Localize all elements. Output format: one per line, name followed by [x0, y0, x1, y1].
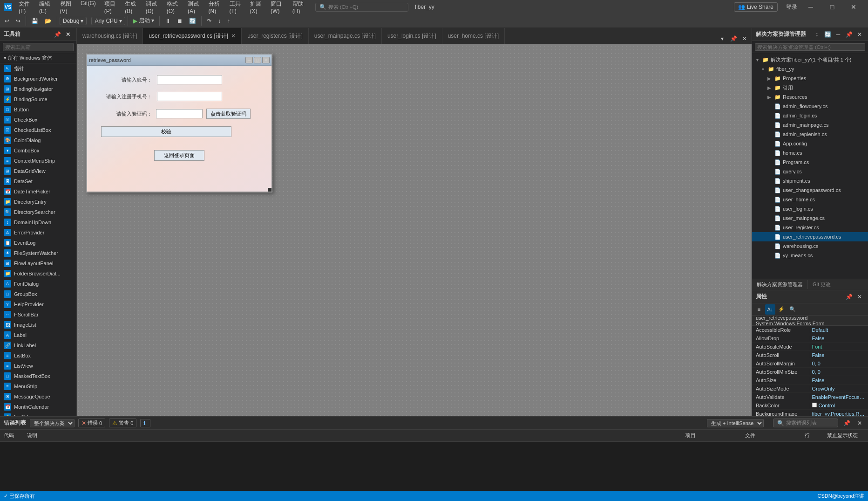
- toolbar-save-all[interactable]: 💾: [28, 17, 41, 25]
- prop-row-allowdrop[interactable]: AllowDrop False: [752, 334, 868, 343]
- tree-changepassword[interactable]: 📄 user_changepassword.cs: [752, 185, 868, 195]
- prop-row-autoscrollminsize[interactable]: AutoScrollMinSize 0, 0: [752, 368, 868, 376]
- toolbox-item[interactable]: ≡MenuStrip: [0, 381, 76, 391]
- start-button[interactable]: ▶ 启动 ▾: [130, 16, 157, 26]
- tree-user-mainpage[interactable]: 📄 user_mainpage.cs: [752, 213, 868, 223]
- toolbox-item[interactable]: 📅MonthCalendar: [0, 402, 76, 412]
- check-button[interactable]: 校验: [101, 126, 231, 137]
- toolbox-item[interactable]: ↔HScrollBar: [0, 309, 76, 320]
- tab-pin-icon[interactable]: 📌: [728, 34, 739, 44]
- prop-row-autoscroll[interactable]: AutoScroll False: [752, 351, 868, 359]
- col-line[interactable]: 行: [805, 432, 823, 439]
- col-project[interactable]: 项目: [685, 432, 741, 439]
- toolbox-item[interactable]: 📁DirectoryEntry: [0, 197, 76, 207]
- menu-project[interactable]: 项目(P): [101, 0, 121, 15]
- toolbox-item[interactable]: ☑CheckedListBox: [0, 125, 76, 135]
- menu-window[interactable]: 窗口(W): [267, 0, 288, 15]
- tree-yy-means[interactable]: 📄 yy_means.cs: [752, 251, 868, 260]
- col-description[interactable]: 说明: [27, 432, 682, 439]
- toolbox-item[interactable]: ≡ListView: [0, 361, 76, 371]
- toolbox-item[interactable]: 🔗LinkLabel: [0, 340, 76, 350]
- tree-query[interactable]: 📄 query.cs: [752, 167, 868, 176]
- toolbox-item[interactable]: ⚡BindingSource: [0, 94, 76, 104]
- prop-row-backcolor[interactable]: BackColor Control: [752, 401, 868, 410]
- tab-warehousing[interactable]: warehousing.cs [设计]: [77, 28, 143, 44]
- error-list-pin-icon[interactable]: 📌: [842, 419, 851, 428]
- toolbox-item[interactable]: □MaskedTextBox: [0, 371, 76, 381]
- global-search[interactable]: 🔍 搜索 (Ctrl+Q): [315, 3, 408, 12]
- input-phone[interactable]: [157, 92, 222, 101]
- tab-home[interactable]: user_home.cs [设计]: [442, 28, 505, 44]
- toolbox-item[interactable]: 📋EventLog: [0, 238, 76, 248]
- toolbox-item[interactable]: ⊞BindingNavigator: [0, 84, 76, 94]
- props-events-icon[interactable]: ⚡: [776, 304, 787, 315]
- input-account[interactable]: [157, 75, 222, 84]
- error-badge-warnings[interactable]: ⚠ 警告 0: [109, 419, 136, 427]
- maximize-button[interactable]: □: [821, 0, 843, 14]
- error-list-close-icon[interactable]: ✕: [855, 419, 864, 428]
- tab-git-changes[interactable]: Git 更改: [808, 280, 835, 289]
- design-area[interactable]: retrieve_password ─ □ ✕ 请输入账号：: [77, 44, 752, 416]
- toolbar-step-into[interactable]: ↓: [215, 17, 224, 25]
- menu-file[interactable]: 文件(F): [15, 0, 34, 15]
- tab-solution-explorer[interactable]: 解决方案资源管理器: [752, 280, 808, 289]
- toolbox-item[interactable]: □Button: [0, 104, 76, 115]
- toolbar-redo[interactable]: ↪: [13, 17, 23, 25]
- tree-user-register[interactable]: 📄 user_register.cs: [752, 223, 868, 232]
- props-filter-icon[interactable]: 🔍: [787, 304, 798, 315]
- back-login-button[interactable]: 返回登录页面: [154, 150, 204, 161]
- toolbar-step-over[interactable]: ↷: [204, 17, 214, 25]
- menu-edit[interactable]: 编辑(E): [35, 0, 55, 15]
- se-sync-icon[interactable]: ↕: [812, 30, 821, 39]
- toolbox-item[interactable]: ▾ComboBox: [0, 145, 76, 156]
- tree-user-retrievepassword[interactable]: 📄 user_retrievepassword.cs: [752, 232, 868, 241]
- toolbox-item[interactable]: ⊞FlowLayoutPanel: [0, 258, 76, 268]
- build-scope-dropdown[interactable]: 生成 + IntelliSense: [707, 419, 764, 427]
- col-file[interactable]: 文件: [745, 432, 801, 439]
- toolbox-item[interactable]: 🎨ColorDialog: [0, 135, 76, 145]
- menu-git[interactable]: Git(G): [77, 0, 100, 15]
- prop-row-autoscalemode[interactable]: AutoScaleMode Font: [752, 343, 868, 351]
- menu-build[interactable]: 生成(B): [121, 0, 141, 15]
- menu-format[interactable]: 格式(O): [163, 0, 183, 15]
- error-badge-messages[interactable]: ℹ: [140, 419, 150, 427]
- toolbox-pin-icon[interactable]: 📌: [53, 30, 62, 39]
- toolbar-pause[interactable]: ⏸: [162, 17, 173, 25]
- toolbox-item[interactable]: ?HelpProvider: [0, 299, 76, 309]
- tree-properties[interactable]: ▶ 📁 Properties: [752, 74, 868, 83]
- tab-list-icon[interactable]: ▾: [717, 34, 727, 44]
- toolbar-step-out[interactable]: ↑: [224, 17, 233, 25]
- error-badge-errors[interactable]: ✕ 错误 0: [78, 419, 105, 427]
- debug-mode-dropdown[interactable]: Debug ▾: [60, 17, 87, 25]
- toolbox-item[interactable]: ↖指针: [0, 63, 76, 74]
- tree-admin-replenish[interactable]: 📄 admin_replenish.cs: [752, 130, 868, 139]
- error-scope-dropdown[interactable]: 整个解决方案: [30, 419, 75, 427]
- menu-extensions[interactable]: 扩展(X): [246, 0, 266, 15]
- resize-handle[interactable]: [268, 188, 271, 192]
- form-minimize-btn[interactable]: ─: [245, 57, 253, 63]
- login-button[interactable]: 登录: [786, 3, 797, 11]
- menu-debug[interactable]: 调试(D): [142, 0, 162, 15]
- props-close-icon[interactable]: ✕: [855, 292, 864, 302]
- tree-program[interactable]: 📄 Program.cs: [752, 158, 868, 167]
- toolbar-undo[interactable]: ↩: [2, 17, 12, 25]
- tree-admin-flowquery[interactable]: 📄 admin_flowquery.cs: [752, 102, 868, 111]
- toolbox-item[interactable]: AFontDialog: [0, 279, 76, 289]
- tree-admin-login[interactable]: 📄 admin_login.cs: [752, 111, 868, 120]
- tree-solution-root[interactable]: ▾ 📁 解决方案'fiber_yy'(1 个项目/共 1 个): [752, 55, 868, 64]
- toolbox-category[interactable]: ▾ 所有 Windows 窗体: [0, 53, 76, 63]
- menu-view[interactable]: 视图(V): [56, 0, 76, 15]
- menu-help[interactable]: 帮助(H): [289, 0, 309, 15]
- tree-admin-mainpage[interactable]: 📄 admin_mainpage.cs: [752, 120, 868, 130]
- col-code[interactable]: 代码: [4, 432, 14, 439]
- prop-row-backgroundimage[interactable]: BackgroundImage fiber_yy.Properties.Re..…: [752, 410, 868, 416]
- toolbox-item[interactable]: 🔍DirectorySearcher: [0, 207, 76, 217]
- toolbox-item[interactable]: 📁FolderBrowserDial...: [0, 268, 76, 279]
- tab-login[interactable]: user_login.cs [设计]: [382, 28, 442, 44]
- toolbox-item[interactable]: ⚠ErrorProvider: [0, 227, 76, 238]
- toolbox-item[interactable]: ✉MessageQueue: [0, 391, 76, 402]
- tab-register[interactable]: user_register.cs [设计]: [242, 28, 309, 44]
- tree-resources[interactable]: ▶ 📁 Resources: [752, 92, 868, 102]
- platform-dropdown[interactable]: Any CPU ▾: [91, 17, 125, 25]
- tab-close-all-icon[interactable]: ✕: [739, 34, 750, 44]
